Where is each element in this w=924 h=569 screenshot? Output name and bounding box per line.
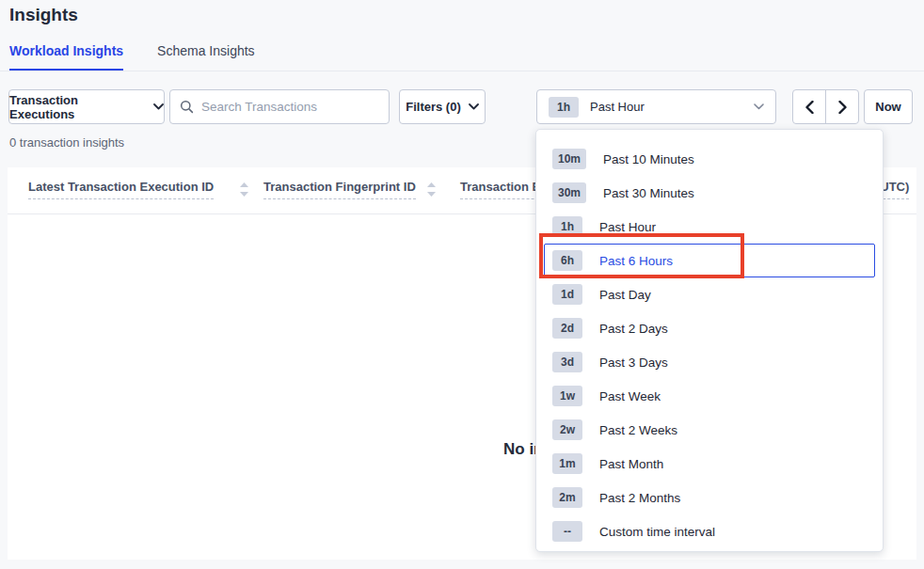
chevron-down-icon (153, 103, 164, 110)
chevron-right-icon (838, 101, 847, 114)
time-range-menu: 10m Past 10 Minutes 30m Past 30 Minutes … (535, 129, 884, 552)
sort-icon[interactable] (427, 182, 436, 197)
column-header-latest-transaction-execution-id[interactable]: Latest Transaction Execution ID (28, 180, 214, 199)
chevron-down-icon (469, 103, 479, 110)
chevron-left-icon (805, 101, 814, 114)
chevron-down-icon (754, 103, 764, 110)
time-range-option-label: Past 2 Months (599, 491, 680, 505)
workload-type-label: Transaction Executions (9, 93, 146, 121)
next-time-range-button[interactable] (826, 90, 858, 123)
filters-dropdown[interactable]: Filters (0) (399, 89, 486, 124)
time-range-option-label: Past 30 Minutes (603, 186, 694, 200)
time-range-option[interactable]: 1w Past Week (544, 379, 875, 413)
time-range-option-label: Past Day (599, 288, 651, 302)
workload-type-dropdown[interactable]: Transaction Executions (8, 89, 165, 124)
time-range-option-label: Past Week (599, 389, 661, 403)
time-range-option[interactable]: 30m Past 30 Minutes (544, 176, 875, 210)
time-range-option[interactable]: 2m Past 2 Months (544, 481, 875, 514)
insights-count-text: 0 transaction insights (9, 135, 124, 150)
time-range-option[interactable]: 2d Past 2 Days (544, 311, 875, 345)
now-button[interactable]: Now (864, 89, 913, 124)
filters-label: Filters (0) (406, 100, 461, 114)
tab-bar: Workload Insights Schema Insights (9, 43, 255, 71)
time-range-option-badge: -- (552, 521, 582, 542)
tab-bar-divider (0, 71, 924, 71)
time-range-option-badge: 6h (552, 250, 582, 271)
time-range-option-badge: 30m (552, 182, 586, 203)
time-range-option[interactable]: 6h Past 6 Hours (544, 244, 875, 277)
page-title: Insights (9, 5, 78, 25)
time-range-option-badge: 2m (552, 487, 582, 508)
column-header-transaction-fingerprint-id[interactable]: Transaction Fingerprint ID (263, 180, 416, 199)
time-range-option-badge: 1w (552, 386, 582, 406)
time-range-badge: 1h (549, 97, 579, 118)
tab-workload-insights[interactable]: Workload Insights (9, 43, 123, 71)
time-range-option-label: Past 2 Weeks (599, 423, 677, 437)
time-range-option-badge: 1d (552, 284, 582, 305)
time-range-option-badge: 1h (552, 216, 582, 237)
previous-time-range-button[interactable] (793, 90, 826, 123)
time-range-option-label: Past 6 Hours (599, 254, 673, 268)
time-range-option-label: Custom time interval (599, 525, 715, 539)
time-range-option-badge: 3d (552, 352, 582, 372)
time-range-option-badge: 2w (552, 419, 582, 440)
time-range-option-label: Past Month (599, 457, 663, 471)
time-range-option[interactable]: 1d Past Day (544, 277, 875, 311)
time-range-option-label: Past 2 Days (599, 322, 668, 336)
search-icon (180, 100, 194, 114)
time-range-option[interactable]: 10m Past 10 Minutes (544, 142, 875, 176)
time-range-option-label: Past Hour (599, 220, 656, 234)
time-range-step-group (792, 89, 859, 124)
time-range-option-badge: 2d (552, 318, 582, 339)
time-range-option-label: Past 3 Days (599, 356, 668, 370)
time-range-option[interactable]: 1h Past Hour (544, 210, 875, 244)
search-box[interactable] (169, 89, 390, 124)
time-range-option[interactable]: 2w Past 2 Weeks (544, 413, 875, 447)
time-range-option[interactable]: -- Custom time interval (544, 514, 875, 548)
time-range-option-badge: 1m (552, 453, 582, 474)
time-range-option-label: Past 10 Minutes (603, 152, 694, 166)
time-range-dropdown[interactable]: 1h Past Hour (536, 89, 776, 124)
time-range-option-badge: 10m (552, 149, 586, 169)
time-range-option[interactable]: 3d Past 3 Days (544, 345, 875, 379)
search-input[interactable] (201, 100, 379, 114)
time-range-option[interactable]: 1m Past Month (544, 447, 875, 481)
now-button-label: Now (875, 100, 900, 114)
tab-schema-insights[interactable]: Schema Insights (157, 43, 255, 71)
time-range-label: Past Hour (590, 100, 645, 114)
sort-icon[interactable] (240, 182, 248, 197)
